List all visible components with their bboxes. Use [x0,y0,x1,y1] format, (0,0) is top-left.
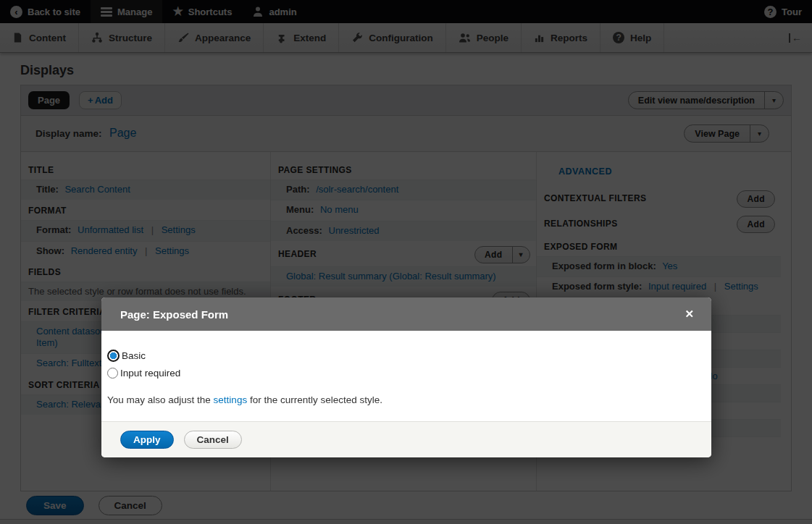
apply-button[interactable]: Apply [120,431,174,449]
radio-option-input-required[interactable]: Input required [107,368,692,379]
radio-basic-label: Basic [122,350,146,361]
dialog-title: Page: Exposed Form [120,308,682,321]
settings-link[interactable]: settings [214,394,248,405]
exposed-form-dialog: Page: Exposed Form ✕ Basic Input require… [101,297,711,457]
dialog-cancel-button[interactable]: Cancel [184,431,242,449]
dialog-titlebar[interactable]: Page: Exposed Form ✕ [101,297,711,331]
radio-option-basic[interactable]: Basic [107,350,692,362]
dialog-body: Basic Input required You may also adjust… [101,331,711,421]
dialog-footer: Apply Cancel [101,421,711,457]
radio-unselected-icon[interactable] [107,368,118,379]
radio-input-required-label: Input required [120,368,180,379]
dialog-help-text: You may also adjust the settings for the… [107,394,692,405]
radio-selected-icon[interactable] [107,350,120,362]
close-icon[interactable]: ✕ [682,306,697,322]
